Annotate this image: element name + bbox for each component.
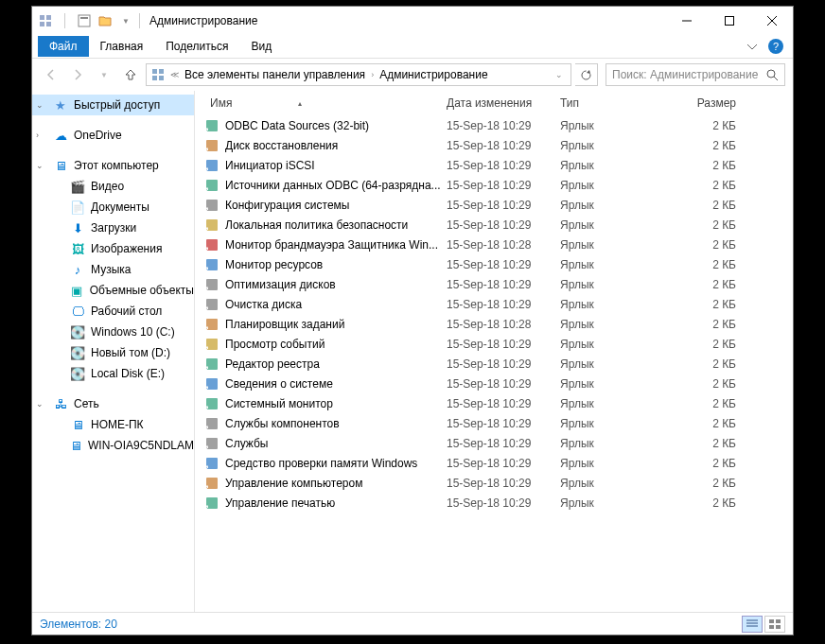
search-placeholder: Поиск: Администрирование: [612, 68, 758, 81]
file-row[interactable]: Инициатор iSCSI15-Sep-18 10:29Ярлык2 КБ: [195, 155, 793, 175]
folder-icon[interactable]: [97, 13, 113, 28]
file-date: 15-Sep-18 10:29: [441, 377, 554, 391]
file-date: 15-Sep-18 10:29: [441, 338, 554, 351]
file-name: Управление компьютером: [225, 477, 441, 490]
file-row[interactable]: Редактор реестра15-Sep-18 10:29Ярлык2 КБ: [195, 354, 793, 374]
col-name[interactable]: Имя▴: [204, 96, 441, 110]
nav-video[interactable]: 🎬Видео: [32, 176, 194, 197]
file-date: 15-Sep-18 10:29: [441, 258, 554, 271]
file-row[interactable]: Управление печатью15-Sep-18 10:29Ярлык2 …: [195, 493, 793, 513]
file-row[interactable]: Службы15-Sep-18 10:29Ярлык2 КБ: [195, 433, 793, 453]
address-dropdown-icon[interactable]: ⌄: [552, 70, 567, 79]
file-row[interactable]: Диск восстановления15-Sep-18 10:29Ярлык2…: [195, 135, 793, 155]
column-headers: Имя▴ Дата изменения Тип Размер: [195, 91, 793, 115]
view-details-button[interactable]: [742, 616, 763, 633]
maximize-button[interactable]: [708, 8, 750, 35]
search-box[interactable]: Поиск: Администрирование: [606, 63, 785, 86]
nav-documents[interactable]: 📄Документы: [32, 197, 194, 218]
file-row[interactable]: Сведения о системе15-Sep-18 10:29Ярлык2 …: [195, 374, 793, 393]
file-name: Инициатор iSCSI: [225, 159, 441, 172]
recent-dropdown[interactable]: ▼: [93, 63, 115, 86]
properties-icon[interactable]: [77, 13, 92, 28]
file-row[interactable]: Монитор брандмауэра Защитника Win...15-S…: [195, 235, 793, 254]
path-segment[interactable]: Администрирование: [377, 68, 490, 81]
nav-downloads[interactable]: ⬇Загрузки: [32, 218, 194, 238]
file-row[interactable]: Монитор ресурсов15-Sep-18 10:29Ярлык2 КБ: [195, 254, 793, 274]
nav-network[interactable]: ⌄🖧Сеть: [32, 393, 194, 414]
file-size: 2 КБ: [666, 139, 742, 152]
file-name: Системный монитор: [225, 397, 441, 410]
col-type[interactable]: Тип: [554, 96, 666, 110]
file-row[interactable]: Планировщик заданий15-Sep-18 10:28Ярлык2…: [195, 314, 793, 334]
nav-music[interactable]: ♪Музыка: [32, 259, 194, 280]
file-size: 2 КБ: [666, 496, 742, 510]
search-icon[interactable]: [766, 69, 779, 81]
chevron-right-icon[interactable]: ›: [368, 70, 377, 79]
file-date: 15-Sep-18 10:29: [441, 119, 554, 132]
shortcut-icon: [204, 277, 219, 292]
nav-quick-access[interactable]: ⌄★Быстрый доступ: [32, 95, 194, 115]
file-row[interactable]: Локальная политика безопасности15-Sep-18…: [195, 215, 793, 235]
file-row[interactable]: Управление компьютером15-Sep-18 10:29Ярл…: [195, 473, 793, 493]
nav-pictures[interactable]: 🖼Изображения: [32, 238, 194, 259]
qat-dropdown-icon[interactable]: ▼: [118, 13, 133, 28]
nav-pc1[interactable]: 🖥HOME-ПК: [32, 414, 194, 435]
file-row[interactable]: Просмотр событий15-Sep-18 10:29Ярлык2 КБ: [195, 334, 793, 354]
col-size[interactable]: Размер: [666, 96, 742, 110]
back-button[interactable]: [40, 63, 62, 86]
file-date: 15-Sep-18 10:28: [441, 318, 554, 331]
shortcut-icon: [204, 396, 219, 411]
sort-asc-icon: ▴: [298, 99, 302, 108]
file-row[interactable]: Службы компонентов15-Sep-18 10:29Ярлык2 …: [195, 413, 793, 433]
svg-rect-11: [159, 69, 164, 74]
view-icons-button[interactable]: [764, 616, 785, 633]
shortcut-icon: [204, 118, 219, 133]
svg-rect-10: [152, 69, 157, 74]
nav-e-drive[interactable]: 💽Local Disk (E:): [32, 363, 194, 384]
shortcut-icon: [204, 376, 219, 392]
ribbon-expand-icon[interactable]: [740, 42, 764, 51]
tab-share[interactable]: Поделиться: [154, 36, 239, 57]
help-button[interactable]: ?: [768, 39, 783, 54]
address-path[interactable]: ≪ Все элементы панели управления › Админ…: [146, 63, 571, 86]
refresh-button[interactable]: [575, 63, 598, 86]
minimize-button[interactable]: [665, 8, 708, 35]
file-row[interactable]: Средство проверки памяти Windows15-Sep-1…: [195, 453, 793, 473]
nav-pc2[interactable]: 🖥WIN-OIA9C5NDLAM: [32, 435, 194, 456]
file-row[interactable]: Очистка диска15-Sep-18 10:29Ярлык2 КБ: [195, 294, 793, 314]
titlebar: ▼ Администрирование: [32, 7, 793, 35]
file-date: 15-Sep-18 10:29: [441, 417, 554, 430]
explorer-window: ▼ Администрирование Файл Главная Поделит…: [31, 6, 794, 635]
nav-d-drive[interactable]: 💽Новый том (D:): [32, 342, 194, 363]
file-type: Ярлык: [554, 477, 666, 490]
file-type: Ярлык: [554, 377, 666, 391]
nav-3d-objects[interactable]: ▣Объемные объекты: [32, 280, 194, 301]
close-button[interactable]: [750, 8, 793, 35]
pictures-icon: 🖼: [70, 241, 85, 256]
nav-this-pc[interactable]: ⌄🖥Этот компьютер: [32, 155, 194, 176]
chevron-icon[interactable]: ≪: [167, 70, 182, 79]
file-date: 15-Sep-18 10:29: [441, 477, 554, 490]
tab-file[interactable]: Файл: [38, 36, 89, 57]
nav-c-drive[interactable]: 💽Windows 10 (C:): [32, 322, 194, 342]
tab-home[interactable]: Главная: [89, 36, 155, 57]
file-type: Ярлык: [554, 357, 666, 371]
file-row[interactable]: Источники данных ODBC (64-разрядна...15-…: [195, 175, 793, 195]
pc-icon: 🖥: [53, 158, 68, 173]
nav-pane: ⌄★Быстрый доступ ›☁OneDrive ⌄🖥Этот компь…: [32, 91, 195, 612]
nav-onedrive[interactable]: ›☁OneDrive: [32, 125, 194, 146]
file-row[interactable]: Системный монитор15-Sep-18 10:29Ярлык2 К…: [195, 393, 793, 413]
svg-rect-1: [46, 15, 51, 20]
svg-line-15: [774, 77, 778, 80]
up-button[interactable]: [119, 63, 142, 86]
svg-rect-7: [725, 17, 733, 26]
status-bar: Элементов: 20: [32, 612, 793, 635]
file-row[interactable]: ODBC Data Sources (32-bit)15-Sep-18 10:2…: [195, 115, 793, 135]
nav-desktop[interactable]: 🖵Рабочий стол: [32, 301, 194, 322]
col-date[interactable]: Дата изменения: [441, 96, 554, 110]
file-row[interactable]: Оптимизация дисков15-Sep-18 10:29Ярлык2 …: [195, 274, 793, 294]
tab-view[interactable]: Вид: [239, 36, 283, 57]
path-segment[interactable]: Все элементы панели управления: [182, 68, 368, 81]
forward-button[interactable]: [66, 63, 89, 86]
file-row[interactable]: Конфигурация системы15-Sep-18 10:29Ярлык…: [195, 195, 793, 215]
